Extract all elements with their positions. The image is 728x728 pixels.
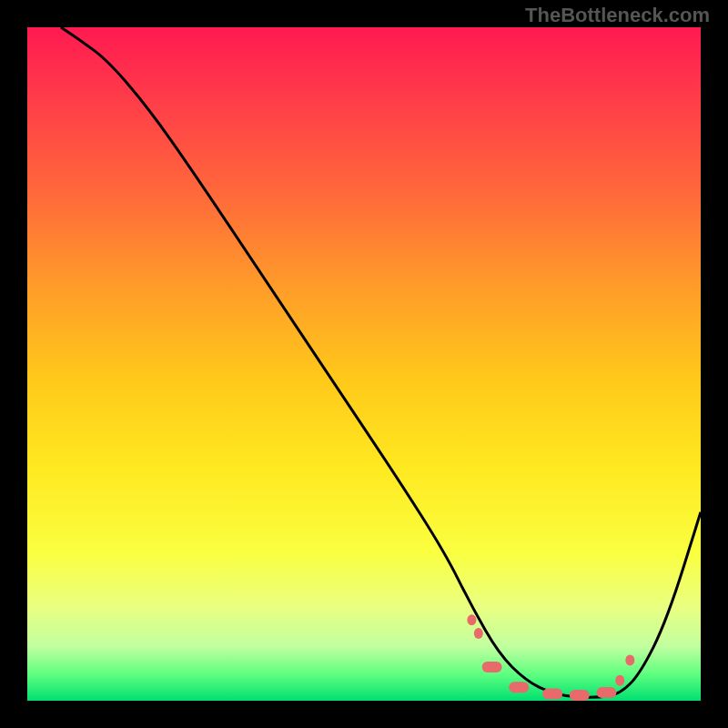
highlight-markers — [467, 614, 634, 701]
chart-plot-area — [27, 27, 701, 701]
highlight-marker — [474, 628, 483, 639]
bottleneck-curve — [61, 27, 701, 697]
highlight-marker — [509, 682, 529, 693]
highlight-marker — [482, 662, 502, 672]
highlight-marker — [615, 675, 624, 686]
highlight-marker — [467, 614, 476, 625]
highlight-marker — [625, 655, 634, 666]
highlight-marker — [596, 687, 616, 698]
highlight-marker — [570, 690, 590, 701]
watermark-text: TheBottleneck.com — [525, 4, 710, 27]
chart-svg — [27, 27, 701, 701]
highlight-marker — [542, 689, 562, 700]
